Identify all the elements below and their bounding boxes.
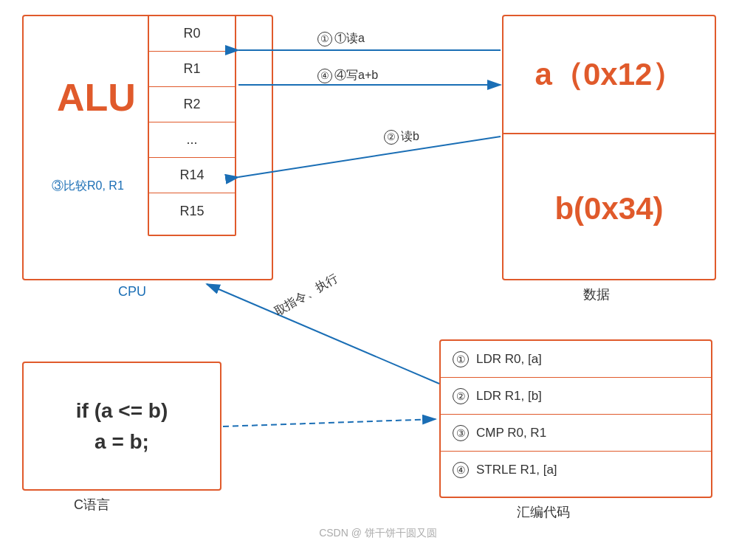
svg-line-5 bbox=[238, 136, 501, 177]
c-language-box: if (a <= b) a = b; bbox=[22, 362, 221, 491]
arrow-fetch-label: 取指令、执行 bbox=[272, 271, 341, 319]
arrow-write-ab-label: ④④写a+b bbox=[317, 68, 378, 83]
svg-line-7 bbox=[223, 419, 436, 426]
register-box: R0 R1 R2 ... R14 R15 bbox=[148, 15, 236, 236]
compare-label: ③比较R0, R1 bbox=[52, 179, 124, 194]
c-label: C语言 bbox=[74, 496, 110, 514]
fetch-execute-text: 取指令、执行 bbox=[272, 272, 340, 318]
data-label: 数据 bbox=[583, 286, 610, 303]
register-r0: R0 bbox=[149, 16, 235, 52]
data-a-section: a（0x12） bbox=[504, 16, 715, 134]
diagram: ALU ③比较R0, R1 CPU R0 R1 R2 ... R14 R15 a… bbox=[0, 0, 756, 546]
circled-2: ② bbox=[384, 130, 399, 145]
asm-text-1: LDR R0, [a] bbox=[476, 352, 542, 367]
data-memory-box: a（0x12） b(0x34) bbox=[502, 15, 716, 280]
register-r2: R2 bbox=[149, 87, 235, 122]
arrow-read-a-label: ①①读a bbox=[317, 31, 365, 46]
asm-num-2: ② bbox=[453, 388, 469, 404]
svg-line-6 bbox=[207, 284, 439, 384]
asm-text-4: STRLE R1, [a] bbox=[476, 463, 557, 477]
alu-label: ALU bbox=[57, 75, 136, 120]
register-r14: R14 bbox=[149, 158, 235, 193]
asm-row-2: ② LDR R1, [b] bbox=[441, 378, 711, 415]
watermark: CSDN @ 饼干饼干圆又圆 bbox=[319, 527, 437, 540]
assembly-box: ① LDR R0, [a] ② LDR R1, [b] ③ CMP R0, R1… bbox=[439, 339, 712, 498]
asm-num-3: ③ bbox=[453, 425, 469, 441]
c-code: if (a <= b) a = b; bbox=[76, 395, 168, 457]
asm-row-4: ④ STRLE R1, [a] bbox=[441, 452, 711, 488]
asm-text-2: LDR R1, [b] bbox=[476, 389, 542, 404]
data-b-value: b(0x34) bbox=[554, 191, 663, 227]
asm-label: 汇编代码 bbox=[517, 503, 570, 521]
asm-text-3: CMP R0, R1 bbox=[476, 426, 546, 440]
cpu-label: CPU bbox=[118, 284, 146, 300]
c-line1: if (a <= b) bbox=[76, 399, 168, 422]
c-line2: a = b; bbox=[94, 430, 149, 453]
register-r1: R1 bbox=[149, 52, 235, 87]
circled-4w: ④ bbox=[317, 69, 332, 83]
asm-num-4: ④ bbox=[453, 462, 469, 478]
data-a-value: a（0x12） bbox=[535, 54, 684, 95]
register-r15: R15 bbox=[149, 193, 235, 229]
asm-row-3: ③ CMP R0, R1 bbox=[441, 415, 711, 452]
circled-1: ① bbox=[317, 32, 332, 46]
arrow-read-b-label: ②读b bbox=[384, 129, 419, 145]
data-b-section: b(0x34) bbox=[504, 136, 715, 282]
register-dots: ... bbox=[149, 122, 235, 158]
asm-row-1: ① LDR R0, [a] bbox=[441, 341, 711, 378]
asm-num-1: ① bbox=[453, 351, 469, 367]
